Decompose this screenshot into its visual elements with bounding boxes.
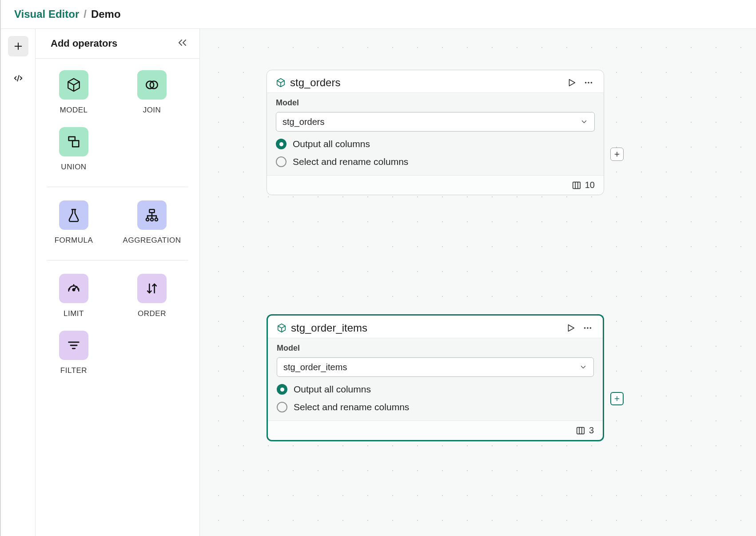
more-button[interactable] [581, 322, 594, 334]
select-value: stg_orders [283, 117, 325, 127]
aggregation-icon [137, 200, 167, 230]
node-header[interactable]: stg_orders [267, 70, 604, 92]
operator-label: FILTER [60, 366, 87, 375]
radio-label: Output all columns [294, 384, 371, 395]
radio-label: Select and rename columns [293, 156, 408, 167]
add-output-handle[interactable] [610, 392, 624, 405]
field-label: Model [276, 98, 595, 108]
sort-icon [137, 274, 167, 303]
radio-icon [277, 384, 287, 395]
cube-icon [277, 323, 286, 333]
play-icon [567, 78, 577, 88]
operator-label: JOIN [143, 106, 161, 115]
model-node[interactable]: stg_ordersModelstg_ordersOutput all colu… [267, 70, 604, 195]
svg-point-12 [151, 218, 153, 221]
svg-rect-38 [577, 427, 585, 434]
breadcrumb-leaf: Demo [91, 8, 121, 20]
radio-option[interactable]: Select and rename columns [276, 156, 595, 167]
operator-list: MODEL JOIN UNION [36, 59, 199, 399]
node-body: Modelstg_order_itemsOutput all columnsSe… [268, 338, 603, 420]
chevron-down-icon [580, 118, 588, 126]
operator-join[interactable]: JOIN [125, 70, 179, 115]
rail-add-button[interactable] [8, 36, 28, 56]
node-footer: 10 [267, 175, 604, 195]
svg-point-36 [587, 327, 589, 329]
svg-point-26 [585, 82, 587, 84]
node-header[interactable]: stg_order_items [268, 316, 603, 338]
columns-icon [576, 426, 585, 436]
column-count: 10 [585, 180, 595, 190]
divider [47, 187, 188, 187]
filter-icon [59, 331, 88, 360]
chevron-down-icon [579, 363, 587, 371]
column-count: 3 [589, 425, 594, 436]
node-footer: 3 [268, 420, 603, 440]
add-output-handle[interactable] [610, 148, 624, 161]
sidebar-title: Add operators [51, 38, 117, 49]
more-button[interactable] [582, 76, 595, 89]
divider [47, 260, 188, 260]
run-button[interactable] [565, 76, 578, 89]
plus-icon [613, 151, 621, 158]
rail-code-button[interactable] [8, 68, 28, 88]
svg-point-13 [155, 218, 158, 221]
node-title: stg_order_items [291, 322, 560, 334]
operator-label: AGGREGATION [123, 236, 181, 245]
svg-line-2 [17, 76, 19, 81]
radio-label: Select and rename columns [294, 402, 409, 412]
join-icon [137, 70, 167, 100]
operator-filter[interactable]: FILTER [47, 331, 100, 375]
plus-icon [613, 395, 621, 402]
cube-icon [276, 78, 286, 88]
radio-option[interactable]: Output all columns [277, 384, 594, 395]
cube-icon [59, 70, 88, 100]
model-node[interactable]: stg_order_itemsModelstg_order_itemsOutpu… [267, 314, 604, 441]
operator-model[interactable]: MODEL [47, 70, 100, 115]
columns-icon [572, 180, 581, 190]
svg-marker-34 [569, 325, 574, 332]
run-button[interactable] [565, 322, 577, 334]
svg-point-11 [146, 218, 149, 221]
union-icon [59, 127, 88, 156]
svg-point-35 [584, 327, 586, 329]
collapse-sidebar-button[interactable] [177, 38, 188, 49]
operator-formula[interactable]: FORMULA [47, 200, 100, 245]
play-icon [566, 323, 576, 333]
model-select[interactable]: stg_order_items [277, 357, 594, 377]
radio-option[interactable]: Output all columns [276, 139, 595, 149]
dots-icon [584, 78, 593, 88]
radio-icon [277, 402, 287, 412]
operator-limit[interactable]: LIMIT [47, 274, 100, 318]
operator-label: MODEL [60, 106, 88, 115]
select-value: stg_order_items [283, 362, 347, 372]
svg-marker-25 [569, 80, 575, 86]
dots-icon [583, 323, 593, 333]
breadcrumb-separator: / [84, 8, 87, 20]
plus-icon [13, 41, 23, 51]
radio-label: Output all columns [293, 139, 370, 149]
model-select[interactable]: stg_orders [276, 112, 595, 132]
radio-icon [276, 139, 286, 149]
svg-point-37 [590, 327, 592, 329]
left-rail [1, 29, 36, 536]
operators-sidebar: Add operators MODEL [36, 29, 200, 536]
radio-icon [276, 156, 286, 167]
field-label: Model [277, 344, 594, 353]
breadcrumb-root[interactable]: Visual Editor [14, 8, 79, 20]
operator-label: UNION [61, 163, 86, 172]
node-title: stg_orders [290, 76, 561, 89]
flask-icon [59, 200, 88, 230]
svg-line-15 [74, 287, 77, 290]
breadcrumb: Visual Editor / Demo [1, 0, 756, 29]
radio-option[interactable]: Select and rename columns [277, 402, 594, 412]
canvas[interactable]: stg_ordersModelstg_ordersOutput all colu… [200, 29, 756, 536]
node-body: Modelstg_ordersOutput all columnsSelect … [267, 92, 604, 175]
operator-union[interactable]: UNION [47, 127, 100, 172]
operator-label: LIMIT [64, 309, 84, 318]
operator-order[interactable]: ORDER [125, 274, 179, 318]
operator-aggregation[interactable]: AGGREGATION [125, 200, 179, 245]
gauge-icon [59, 274, 88, 303]
operator-label: ORDER [138, 309, 166, 318]
chevron-double-left-icon [177, 38, 188, 47]
svg-rect-29 [573, 182, 581, 188]
